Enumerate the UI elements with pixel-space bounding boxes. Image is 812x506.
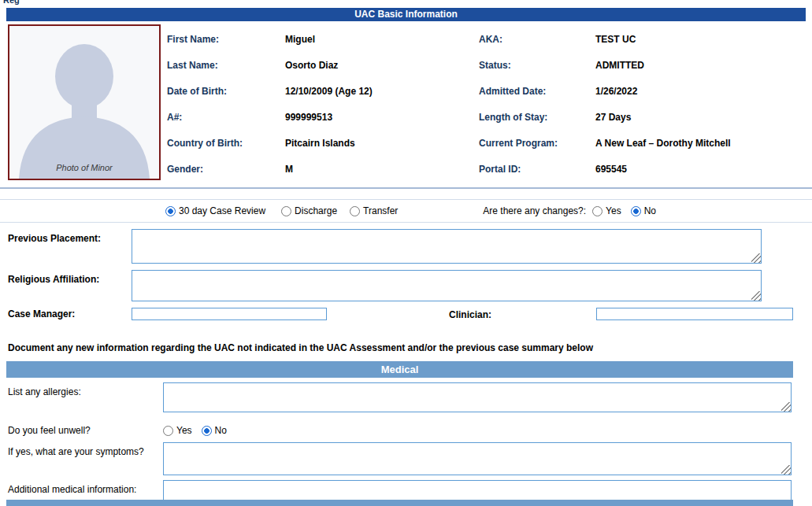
- basic-info-section: Photo of Minor First Name: Miguel AKA: T…: [0, 21, 812, 182]
- allergies-label: List any allergies:: [8, 382, 163, 412]
- radio-unwell-no[interactable]: [202, 426, 212, 436]
- radio-changes-yes[interactable]: [592, 206, 603, 216]
- country-of-birth-label: Country of Birth:: [167, 138, 285, 149]
- radio-unwell-yes[interactable]: [163, 426, 173, 436]
- status-label: Status:: [479, 60, 595, 71]
- gender-label: Gender:: [167, 164, 285, 175]
- symptoms-row: If yes, what are your symptoms?: [8, 442, 804, 475]
- allergies-row: List any allergies:: [8, 382, 804, 412]
- religious-affiliation-textarea[interactable]: [132, 270, 762, 301]
- uac-case-review-page: Reg UAC Basic Information Photo of Minor…: [0, 0, 812, 506]
- aka-label: AKA:: [479, 34, 595, 45]
- any-changes-question: Are there any changes?:: [483, 205, 586, 216]
- radio-transfer-label[interactable]: Transfer: [363, 205, 398, 216]
- clinician-label: Clinician:: [449, 308, 596, 320]
- symptoms-textarea[interactable]: [163, 442, 792, 475]
- allergies-textarea[interactable]: [163, 382, 792, 412]
- review-type-row: 30 day Case Review Discharge Transfer Ar…: [8, 200, 804, 222]
- previous-placement-label: Previous Placement:: [8, 229, 132, 264]
- gender-value: M: [285, 164, 479, 175]
- radio-discharge[interactable]: [281, 206, 291, 216]
- admitted-date-label: Admitted Date:: [479, 86, 595, 97]
- portal-id-value: 695545: [595, 164, 812, 175]
- uac-basic-info-header: UAC Basic Information: [6, 8, 806, 21]
- review-type-options: 30 day Case Review Discharge Transfer: [8, 205, 398, 216]
- status-value: ADMITTED: [595, 60, 812, 71]
- length-of-stay-value: 27 Days: [595, 112, 812, 123]
- radio-30-day-case-review-label[interactable]: 30 day Case Review: [179, 205, 265, 216]
- radio-transfer[interactable]: [350, 206, 360, 216]
- medical-section-header: Medical: [6, 361, 793, 378]
- religious-affiliation-row: Religious Affiliation:: [8, 270, 804, 301]
- radio-changes-no-label[interactable]: No: [644, 205, 656, 216]
- case-manager-label: Case Manager:: [8, 308, 132, 319]
- clinician-input[interactable]: [596, 308, 793, 320]
- unwell-row: Do you feel unwell? Yes No: [8, 423, 804, 438]
- aka-value: TEST UC: [595, 34, 812, 45]
- previous-placement-textarea[interactable]: [132, 229, 762, 264]
- last-name-label: Last Name:: [167, 60, 285, 71]
- a-number-value: 999999513: [285, 112, 479, 123]
- case-manager-input[interactable]: [132, 308, 327, 320]
- unwell-label: Do you feel unwell?: [8, 425, 163, 436]
- first-name-label: First Name:: [167, 34, 285, 45]
- portal-id-label: Portal ID:: [479, 164, 595, 175]
- radio-changes-yes-label[interactable]: Yes: [606, 205, 621, 216]
- date-of-birth-label: Date of Birth:: [167, 86, 285, 97]
- current-program-value: A New Leaf – Dorothy Mitchell: [595, 138, 812, 149]
- admitted-date-value: 1/26/2022: [595, 86, 812, 97]
- first-name-value: Miguel: [285, 34, 479, 45]
- country-of-birth-value: Pitcairn Islands: [285, 138, 479, 149]
- radio-unwell-no-label[interactable]: No: [215, 425, 227, 436]
- religious-affiliation-label: Religious Affiliation:: [8, 270, 132, 301]
- date-of-birth-value: 12/10/2009 (Age 12): [285, 86, 479, 97]
- separator-line: [0, 187, 812, 189]
- separator-line: [0, 222, 812, 223]
- clipped-text-fragment: Reg: [3, 0, 20, 5]
- last-name-value: Osorto Diaz: [285, 60, 479, 71]
- any-changes-group: Are there any changes?: Yes No: [483, 205, 656, 216]
- case-manager-clinician-row: Case Manager: Clinician:: [8, 308, 804, 320]
- length-of-stay-label: Length of Stay:: [479, 112, 595, 123]
- photo-of-minor-frame: Photo of Minor: [8, 24, 161, 180]
- new-information-instruction: Document any new information regarding t…: [8, 342, 804, 353]
- a-number-label: A#:: [167, 112, 285, 123]
- radio-discharge-label[interactable]: Discharge: [295, 205, 337, 216]
- current-program-label: Current Program:: [479, 138, 595, 149]
- person-silhouette-icon: [9, 26, 159, 179]
- basic-info-grid: First Name: Miguel AKA: TEST UC Last Nam…: [167, 24, 812, 182]
- radio-unwell-yes-label[interactable]: Yes: [176, 425, 192, 436]
- photo-caption: Photo of Minor: [9, 163, 159, 172]
- symptoms-label: If yes, what are your symptoms?: [8, 442, 163, 475]
- radio-30-day-case-review[interactable]: [165, 206, 176, 216]
- previous-placement-row: Previous Placement:: [8, 229, 804, 264]
- next-section-header-partial: [6, 500, 793, 506]
- radio-changes-no[interactable]: [631, 206, 641, 216]
